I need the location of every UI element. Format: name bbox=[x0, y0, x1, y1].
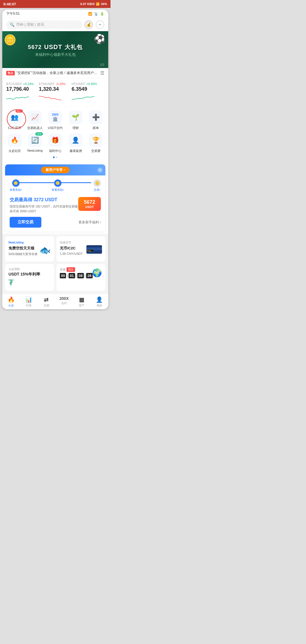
progress-section: 🪙 查看奖励› 🪙 查看奖励› 🪙 交易› bbox=[5, 175, 105, 193]
ht-price-item[interactable]: HT/USDT +0.95% 6.3549 bbox=[72, 81, 104, 103]
step-3-link[interactable]: 交易› bbox=[94, 188, 100, 192]
finance-row: 火必理财 USDT 15%年利率 ₮ 直播 预告 00 : 01 : 08 : … bbox=[2, 264, 108, 294]
ht-sparkline bbox=[72, 93, 94, 102]
eth-sparkline bbox=[39, 93, 61, 102]
banner-page-indicator: 1/2 bbox=[100, 63, 104, 66]
nav-item-usdt[interactable]: 200X 🏛️ USDT合约 bbox=[47, 111, 64, 130]
copy-icon: ➕ bbox=[92, 114, 100, 121]
community-icon: 🔥 bbox=[11, 137, 18, 144]
nav-row-2: 🔥 火必社区 🔄 NEW NewListing 🎁 福利中心 👤 bbox=[2, 134, 108, 156]
nav-tab-assets[interactable]: ▦ 资产 bbox=[73, 296, 90, 308]
ticker-text: "交易挖矿"活动改版，全新上线！诚邀多米尼克用户参... bbox=[16, 71, 99, 75]
quickbuy-card[interactable]: 快捷买币 充币/C2C 1.00 CNY/USDT VISA bbox=[56, 236, 105, 262]
wifi-icon: 📡 bbox=[94, 12, 98, 16]
search-bar: 🔍 币种 | 理财 | 资讯 💰 ＋ bbox=[2, 18, 108, 31]
new-user-banner: 新用户专享 › ✕ 🪙 查看奖励› 🪙 查看 bbox=[5, 164, 105, 232]
bonus-badge: 5672 USDT bbox=[78, 197, 101, 211]
step-2-circle: 🪙 bbox=[54, 179, 61, 187]
bonus-title: 交易最高得 3272 USDT bbox=[10, 197, 78, 203]
finance-label: 理财 bbox=[73, 126, 79, 130]
network-icon: 📶 bbox=[96, 2, 100, 6]
eth-pair: ETH/USDT bbox=[39, 82, 54, 86]
nav-item-community[interactable]: 🔥 火必社区 bbox=[6, 134, 23, 153]
new-user-tag[interactable]: 新用户专享 › bbox=[41, 167, 69, 173]
robot-icon: 📈 bbox=[31, 114, 39, 121]
svg-text:VISA: VISA bbox=[88, 250, 92, 252]
btc-sparkline bbox=[6, 93, 29, 102]
step-2-link[interactable]: 查看奖励› bbox=[52, 188, 64, 192]
promo-banner[interactable]: 🪙 ⚽ 5672 USDT 大礼包 来福利中心领新手大礼包 1/2 bbox=[2, 31, 108, 68]
profile-tab-label: 我的 bbox=[97, 304, 102, 308]
system-status-bar: 9:48:07 0.07 KB/S 📶 34% bbox=[0, 0, 110, 8]
step-1: 🪙 查看奖励› bbox=[10, 179, 22, 192]
nav-item-newlisting[interactable]: 🔄 NEW NewListing bbox=[26, 134, 43, 153]
nav-tab-trade[interactable]: ⇄ 交易 bbox=[38, 296, 55, 308]
newlisting-icon-wrap: 🔄 NEW bbox=[28, 134, 42, 147]
count-sep-1: : bbox=[67, 274, 68, 278]
dot-1 bbox=[53, 156, 55, 158]
newlisting-card-label: NewListing bbox=[8, 241, 24, 244]
hot-indicator: HOT bbox=[16, 109, 23, 113]
news-ticker[interactable]: 热点 "交易挖矿"活动改版，全新上线！诚邀多米尼克用户参... ☰ bbox=[2, 68, 108, 78]
banner-subtitle: 来福利中心领新手大礼包 bbox=[35, 52, 76, 57]
nav-tab-home[interactable]: 🔥 火必 bbox=[2, 296, 20, 308]
btc-price-item[interactable]: BTC/USDT +0.24% 17,796.40 bbox=[6, 81, 39, 103]
trade-tab-icon: ⇄ bbox=[44, 296, 49, 303]
200x-text: 200X bbox=[52, 113, 58, 116]
step-3-coin: 🪙 bbox=[95, 181, 99, 185]
invite-icon-wrap: 👤 bbox=[69, 134, 82, 147]
assets-tab-label: 资产 bbox=[79, 304, 84, 308]
nav-item-robot[interactable]: 📈 交易机器人 bbox=[26, 111, 43, 130]
app-status-bar: 下午5:51 📶 📡 🔋 bbox=[2, 10, 108, 18]
nav-item-contest[interactable]: 🏆 交易赛 bbox=[87, 134, 104, 153]
btc-pair: BTC/USDT bbox=[6, 82, 22, 86]
trade-tab-label: 交易 bbox=[44, 304, 49, 308]
contest-label: 交易赛 bbox=[91, 149, 101, 153]
count-sep-3: : bbox=[84, 274, 86, 278]
search-actions: 💰 ＋ bbox=[84, 20, 104, 29]
search-icon: 🔍 bbox=[10, 22, 14, 27]
c2c-icon-wrap: 👥 HOT bbox=[8, 111, 22, 124]
wallet-button[interactable]: 💰 bbox=[84, 20, 93, 29]
search-input-wrapper[interactable]: 🔍 币种 | 理财 | 资讯 bbox=[6, 20, 82, 29]
community-icon-wrap: 🔥 bbox=[8, 134, 22, 147]
count-seconds: 08 bbox=[77, 273, 84, 278]
trade-now-button[interactable]: 立即交易 bbox=[10, 217, 41, 228]
nav-tab-profile[interactable]: 👤 我的 bbox=[91, 296, 108, 308]
nav-item-welfare[interactable]: 🎁 福利中心 bbox=[47, 134, 64, 153]
assets-tab-icon: ▦ bbox=[79, 296, 84, 303]
system-indicators: 0.07 KB/S 📶 34% bbox=[80, 2, 107, 6]
finance-earn-card[interactable]: 火必理财 USDT 15%年利率 ₮ bbox=[5, 264, 54, 291]
finance-icon-wrap: 🌱 bbox=[69, 111, 82, 124]
newlisting-card-icon: 🐟 bbox=[39, 245, 51, 256]
robot-label: 交易机器人 bbox=[27, 126, 43, 130]
step-1-link[interactable]: 查看奖励› bbox=[10, 188, 22, 192]
add-button[interactable]: ＋ bbox=[96, 20, 104, 29]
nav-item-copy[interactable]: ➕ 跟单 bbox=[87, 111, 104, 130]
market-tab-icon: 📊 bbox=[25, 296, 32, 303]
usdt-label: USDT合约 bbox=[48, 126, 63, 130]
nav-item-finance[interactable]: 🌱 理财 bbox=[67, 111, 84, 130]
nav-tab-market[interactable]: 📊 行情 bbox=[20, 296, 37, 308]
more-benefits-link[interactable]: 更多新手福利 › bbox=[78, 220, 101, 225]
eth-price-item[interactable]: ETH/USDT -0.28% 1,320.34 bbox=[39, 81, 71, 103]
live-card[interactable]: 直播 预告 00 : 01 : 08 : 26 🌍 bbox=[56, 264, 105, 291]
newlisting-card[interactable]: NewListing 免费空投天天领 500U锦鲤大奖等你拿 🐟 bbox=[5, 236, 54, 262]
btc-value: 17,796.40 bbox=[6, 86, 39, 92]
search-placeholder: 币种 | 理财 | 资讯 bbox=[16, 22, 44, 27]
market-tab-label: 行情 bbox=[26, 304, 31, 308]
close-button[interactable]: ✕ bbox=[97, 168, 103, 173]
count-minutes: 01 bbox=[69, 273, 75, 278]
step-2: 🪙 查看奖励› bbox=[52, 179, 64, 192]
bonus-text: 交易最高得 3272 USDT 现货交易最高可得 182 USDT，合约充值和交… bbox=[10, 197, 78, 217]
menu-icon[interactable]: ☰ bbox=[100, 70, 104, 76]
step-3-circle: 🪙 bbox=[94, 179, 101, 187]
nav-item-invite[interactable]: 👤 邀请返佣 bbox=[67, 134, 84, 153]
hot-badge: 热点 bbox=[6, 71, 15, 75]
count-ms: 26 bbox=[86, 273, 92, 278]
contest-icon-wrap: 🏆 bbox=[89, 134, 103, 147]
nav-tab-contract[interactable]: 200X 合约 bbox=[55, 296, 73, 308]
price-row: BTC/USDT +0.24% 17,796.40 ETH/USDT -0.28… bbox=[2, 78, 108, 106]
bonus-actions: 立即交易 更多新手福利 › bbox=[10, 217, 101, 228]
nav-item-c2c[interactable]: 👥 HOT C2C 买币 bbox=[6, 111, 23, 130]
